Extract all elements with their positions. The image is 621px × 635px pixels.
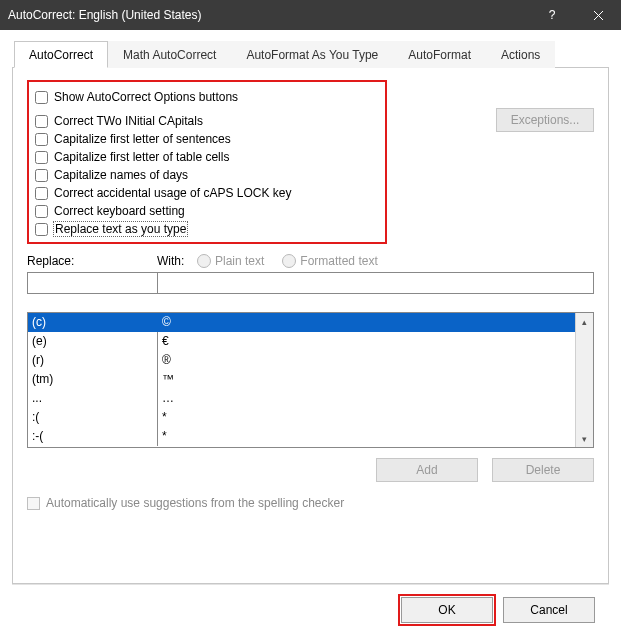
table-row[interactable]: ...… [28, 389, 575, 408]
checkbox-caps-lock[interactable] [35, 187, 48, 200]
cell-to: * [158, 427, 575, 446]
label-auto-suggestions: Automatically use suggestions from the s… [46, 496, 344, 510]
cell-from: :-( [28, 427, 158, 446]
scroll-up-icon[interactable]: ▴ [576, 313, 593, 330]
with-label: With: [157, 254, 197, 268]
cell-to: * [158, 408, 575, 427]
cell-to: € [158, 332, 575, 351]
with-input[interactable] [157, 272, 594, 294]
checkbox-replace-text[interactable] [35, 223, 48, 236]
cell-from: :( [28, 408, 158, 427]
checkbox-two-initial-caps[interactable] [35, 115, 48, 128]
cell-to: ® [158, 351, 575, 370]
label-replace-text: Replace text as you type [54, 222, 187, 236]
radio-icon [197, 254, 211, 268]
label-cap-days: Capitalize names of days [54, 168, 188, 182]
autocorrect-panel: Show AutoCorrect Options buttons Correct… [12, 68, 609, 584]
label-two-initial-caps: Correct TWo INitial CApitals [54, 114, 203, 128]
replacement-grid[interactable]: (c)©(e)€(r)®(tm)™...…:(*:-(* ▴ ▾ [27, 312, 594, 448]
radio-icon [282, 254, 296, 268]
label-show-options: Show AutoCorrect Options buttons [54, 90, 238, 104]
label-cap-table-cells: Capitalize first letter of table cells [54, 150, 229, 164]
checkbox-auto-suggestions [27, 497, 40, 510]
radio-plain-text: Plain text [197, 254, 264, 268]
add-button: Add [376, 458, 478, 482]
help-icon: ? [549, 8, 556, 22]
checkbox-cap-days[interactable] [35, 169, 48, 182]
cell-to: … [158, 389, 575, 408]
cancel-button[interactable]: Cancel [503, 597, 595, 623]
dialog-title: AutoCorrect: English (United States) [8, 8, 201, 22]
radio-plain-text-label: Plain text [215, 254, 264, 268]
cell-from: (tm) [28, 370, 158, 389]
cell-from: (c) [28, 313, 158, 332]
table-row[interactable]: (r)® [28, 351, 575, 370]
tab-math-autocorrect[interactable]: Math AutoCorrect [108, 41, 231, 68]
radio-formatted-text: Formatted text [282, 254, 377, 268]
cell-to: ™ [158, 370, 575, 389]
table-row[interactable]: :(* [28, 408, 575, 427]
scroll-down-icon[interactable]: ▾ [576, 430, 593, 447]
table-row[interactable]: (c)© [28, 313, 575, 332]
label-caps-lock: Correct accidental usage of cAPS LOCK ke… [54, 186, 291, 200]
help-button[interactable]: ? [529, 0, 575, 30]
grid-scrollbar[interactable]: ▴ ▾ [575, 313, 593, 447]
checkbox-keyboard-setting[interactable] [35, 205, 48, 218]
cell-to: © [158, 313, 575, 332]
tab-autoformat-as-you-type[interactable]: AutoFormat As You Type [231, 41, 393, 68]
checkbox-cap-sentences[interactable] [35, 133, 48, 146]
tab-actions[interactable]: Actions [486, 41, 555, 68]
cell-from: (e) [28, 332, 158, 351]
tab-autocorrect[interactable]: AutoCorrect [14, 41, 108, 68]
radio-formatted-text-label: Formatted text [300, 254, 377, 268]
close-icon [593, 10, 604, 21]
exceptions-button: Exceptions... [496, 108, 594, 132]
table-row[interactable]: (e)€ [28, 332, 575, 351]
checkbox-show-options[interactable] [35, 91, 48, 104]
checkbox-cap-table-cells[interactable] [35, 151, 48, 164]
options-highlight-box: Show AutoCorrect Options buttons Correct… [27, 80, 387, 244]
tab-autoformat[interactable]: AutoFormat [393, 41, 486, 68]
titlebar: AutoCorrect: English (United States) ? [0, 0, 621, 30]
replace-label: Replace: [27, 254, 157, 268]
delete-button: Delete [492, 458, 594, 482]
tab-strip: AutoCorrect Math AutoCorrect AutoFormat … [12, 40, 609, 68]
replace-input[interactable] [27, 272, 157, 294]
ok-button[interactable]: OK [401, 597, 493, 623]
cell-from: ... [28, 389, 158, 408]
close-button[interactable] [575, 0, 621, 30]
label-cap-sentences: Capitalize first letter of sentences [54, 132, 231, 146]
dialog-footer: OK Cancel [12, 584, 609, 635]
table-row[interactable]: :-(* [28, 427, 575, 446]
label-keyboard-setting: Correct keyboard setting [54, 204, 185, 218]
cell-from: (r) [28, 351, 158, 370]
autocorrect-dialog: AutoCorrect: English (United States) ? A… [0, 0, 621, 635]
table-row[interactable]: (tm)™ [28, 370, 575, 389]
